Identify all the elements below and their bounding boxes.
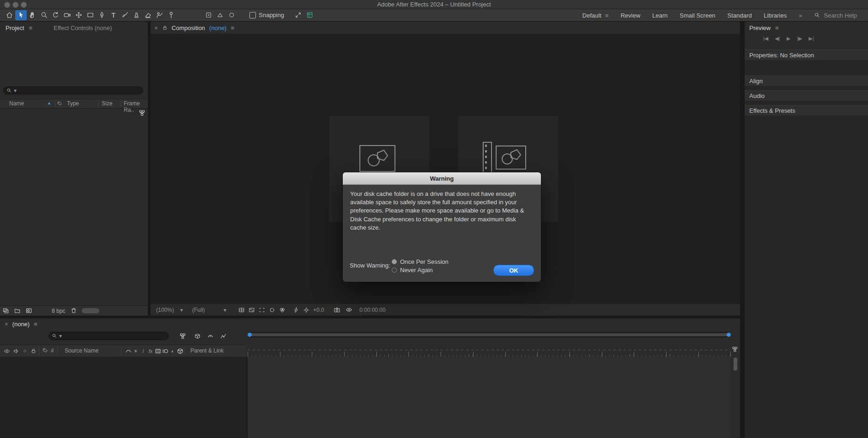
3d-layer-icon[interactable] — [176, 347, 184, 355]
column-size[interactable]: Size — [102, 100, 112, 107]
quality-icon[interactable]: / — [140, 347, 147, 355]
close-tab-icon[interactable]: × — [154, 24, 158, 31]
snap-3d-icon[interactable] — [304, 10, 316, 20]
fx-icon[interactable]: fx — [147, 347, 154, 355]
close-tab-icon[interactable]: × — [5, 321, 8, 328]
frame-blend-icon[interactable] — [154, 347, 162, 355]
timeline-search-input[interactable]: ▾ — [49, 332, 169, 340]
workspace-libraries[interactable]: Libraries — [764, 12, 787, 19]
dialog-titlebar[interactable]: Warning — [343, 172, 541, 185]
tab-composition[interactable]: Composition — [172, 24, 205, 31]
lock-icon[interactable] — [30, 348, 36, 354]
audio-panel-header[interactable]: Audio — [745, 90, 868, 101]
preview-panel-menu-icon[interactable]: ≡ — [775, 24, 779, 31]
zoom-tool[interactable] — [38, 10, 50, 20]
first-frame-button[interactable]: |◀ — [763, 36, 768, 42]
next-frame-button[interactable]: |▶ — [797, 36, 802, 42]
audio-speaker-icon[interactable] — [13, 348, 19, 354]
toolbar-option-icon-2[interactable] — [214, 10, 226, 20]
radio-never-again[interactable]: Never Again — [392, 267, 433, 274]
collapse-transformations-icon[interactable]: ☀ — [132, 347, 140, 355]
radio-icon-selected[interactable] — [392, 259, 397, 264]
tab-project[interactable]: Project — [6, 24, 24, 31]
tab-preview[interactable]: Preview — [749, 24, 771, 31]
column-layer-number[interactable]: # — [51, 347, 54, 354]
navigator-bar[interactable] — [250, 333, 728, 336]
play-button[interactable]: ▶ — [787, 36, 790, 42]
pan-behind-tool[interactable] — [73, 10, 85, 20]
workspace-menu-icon[interactable]: ≡ — [605, 12, 609, 19]
tab-timeline-none[interactable]: (none) — [12, 321, 30, 328]
interpret-footage-icon[interactable] — [2, 307, 9, 314]
hand-tool[interactable] — [27, 10, 38, 20]
shy-icon[interactable] — [125, 347, 132, 355]
toolbar-option-icon-1[interactable] — [203, 10, 214, 20]
new-folder-icon[interactable] — [14, 307, 21, 314]
new-composition-icon[interactable] — [25, 307, 32, 314]
mask-visibility-icon[interactable] — [269, 307, 275, 313]
tab-effect-controls[interactable]: Effect Controls (none) — [54, 24, 112, 31]
search-options-caret-icon[interactable]: ▾ — [14, 87, 17, 94]
region-of-interest-icon[interactable] — [259, 307, 265, 313]
camera-tool[interactable] — [61, 10, 73, 20]
fast-previews-icon[interactable] — [293, 307, 299, 313]
adjust-exposure-icon[interactable] — [303, 307, 310, 313]
timeline-panel-menu-icon[interactable]: ≡ — [34, 321, 37, 328]
navigator-start-handle[interactable] — [248, 333, 252, 337]
label-color-icon[interactable] — [42, 348, 48, 353]
resolution-caret-icon[interactable]: ▾ — [224, 307, 226, 313]
align-panel-header[interactable]: Align — [745, 75, 868, 86]
project-flowchart-icon[interactable] — [139, 110, 146, 116]
ok-button[interactable]: OK — [493, 265, 534, 276]
show-snapshot-icon[interactable] — [346, 306, 352, 313]
solo-icon[interactable]: ○ — [23, 347, 26, 354]
comp-mini-flowchart-icon[interactable] — [732, 346, 738, 353]
workspace-default[interactable]: Default — [583, 12, 601, 19]
motion-blur-icon[interactable] — [162, 347, 169, 355]
last-frame-button[interactable]: ▶| — [808, 36, 813, 42]
roto-brush-tool[interactable] — [154, 10, 165, 20]
selection-tool[interactable] — [15, 10, 27, 20]
timecode-display[interactable]: 0:00:00:00 — [359, 307, 386, 313]
search-help-field[interactable]: Search Help — [814, 12, 857, 19]
snap-edges-icon[interactable] — [292, 10, 304, 20]
shape-tool[interactable] — [85, 10, 96, 20]
brush-tool[interactable] — [119, 10, 131, 20]
magnification-caret-icon[interactable]: ▾ — [180, 307, 183, 313]
workspace-overflow-icon[interactable]: » — [799, 12, 802, 19]
video-eye-icon[interactable] — [4, 348, 10, 354]
column-type[interactable]: Type — [67, 100, 79, 107]
composition-mini-flowchart-icon[interactable] — [179, 333, 186, 340]
project-panel-menu-icon[interactable]: ≡ — [29, 24, 32, 31]
clone-stamp-tool[interactable] — [131, 10, 142, 20]
workspace-learn[interactable]: Learn — [652, 12, 668, 19]
resolution-dropdown[interactable]: (Full) — [192, 307, 205, 313]
eraser-tool[interactable] — [142, 10, 154, 20]
effects-presets-panel-header[interactable]: Effects & Presets — [745, 105, 868, 116]
magnification-dropdown[interactable]: (100%) — [156, 307, 174, 313]
safe-zones-icon[interactable] — [238, 307, 245, 313]
trash-icon[interactable] — [70, 307, 77, 314]
time-ruler[interactable] — [248, 345, 731, 357]
properties-panel-header[interactable]: Properties: No Selection — [745, 49, 868, 61]
search-options-caret-icon[interactable]: ▾ — [59, 333, 62, 339]
graph-editor-icon[interactable] — [220, 333, 227, 340]
timeline-vertical-scrollbar[interactable] — [734, 358, 737, 435]
draft-3d-icon[interactable] — [194, 333, 201, 340]
rotate-tool[interactable] — [50, 10, 61, 20]
sort-ascending-icon[interactable]: ▲ — [47, 101, 51, 105]
puppet-pin-tool[interactable] — [165, 10, 177, 20]
radio-once-per-session[interactable]: Once Per Session — [392, 258, 449, 265]
shy-toggle-icon[interactable] — [207, 333, 214, 340]
project-search-input[interactable]: ▾ — [3, 86, 143, 94]
workspace-small-screen[interactable]: Small Screen — [680, 12, 715, 19]
adjustment-layer-icon[interactable]: ◐ — [169, 347, 176, 355]
workspace-review[interactable]: Review — [620, 12, 640, 19]
type-tool[interactable]: T — [108, 10, 119, 20]
transparency-grid-icon[interactable] — [249, 307, 255, 313]
exposure-value[interactable]: +0.0 — [313, 307, 324, 313]
navigator-end-handle[interactable] — [727, 333, 731, 337]
lock-icon[interactable] — [162, 25, 168, 30]
previous-frame-button[interactable]: ◀| — [775, 36, 780, 42]
column-source-name[interactable]: Source Name — [65, 347, 98, 354]
